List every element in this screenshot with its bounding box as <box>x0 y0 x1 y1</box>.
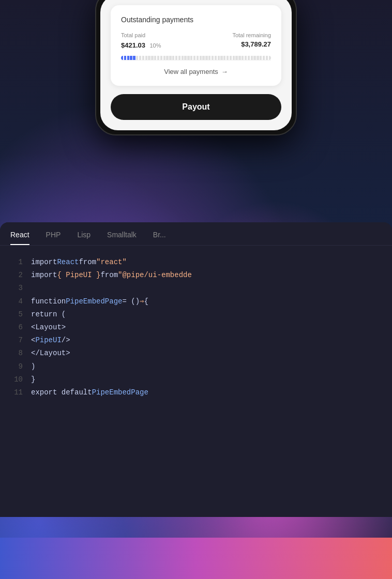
view-all-payments[interactable]: View all payments → <box>121 60 271 75</box>
tab-br[interactable]: Br... <box>153 222 166 245</box>
total-paid-value-container: $421.03 10% <box>121 40 161 50</box>
code-token: /> <box>62 334 70 347</box>
code-token: < <box>31 334 35 347</box>
code-token: PipeEmbedPage <box>92 386 148 399</box>
line-number: 3 <box>0 282 23 295</box>
code-line: import React from "react" <box>31 256 392 269</box>
code-line <box>31 282 392 295</box>
code-token: export default <box>31 386 92 399</box>
code-token: PipeUI <box>35 334 61 347</box>
arrow-icon: → <box>221 68 228 75</box>
code-line: return ( <box>31 308 392 321</box>
payout-button[interactable]: Payout <box>111 94 281 120</box>
view-all-label: View all payments <box>164 68 218 75</box>
tab-react[interactable]: React <box>10 222 29 245</box>
code-line: import { PipeUI } from "@pipe/ui-embedde <box>31 269 392 282</box>
code-editor: React PHP Lisp Smalltalk Br... 123456789… <box>0 222 392 517</box>
line-number: 11 <box>0 386 23 399</box>
line-number: 10 <box>0 373 23 386</box>
line-number: 4 <box>0 295 23 308</box>
code-token: React <box>57 256 79 269</box>
card-title: Outstanding payments <box>121 16 271 24</box>
code-line: <PipeUI /> <box>31 334 392 347</box>
phone-mockup: Outstanding payments Total paid Total re… <box>95 0 297 135</box>
payment-card: Outstanding payments Total paid Total re… <box>111 5 281 86</box>
tab-smalltalk[interactable]: Smalltalk <box>107 222 137 245</box>
code-line: export default PipeEmbedPage <box>31 386 392 399</box>
line-number: 8 <box>0 347 23 360</box>
code-token: ) <box>31 360 35 373</box>
code-content: 1234567891011 import React from "react"i… <box>0 246 392 514</box>
code-token: import <box>31 256 57 269</box>
payment-values: $421.03 10% $3,789.27 <box>121 40 271 50</box>
payment-labels: Total paid Total remaining <box>121 32 271 38</box>
code-token: "react" <box>96 256 127 269</box>
line-numbers: 1234567891011 <box>0 246 31 514</box>
code-token: { PipeUI } <box>57 269 100 282</box>
line-number: 7 <box>0 334 23 347</box>
phone-area: Outstanding payments Total paid Total re… <box>0 0 392 207</box>
code-token: from <box>79 256 96 269</box>
line-number: 5 <box>0 308 23 321</box>
tab-lisp[interactable]: Lisp <box>77 222 91 245</box>
code-token: } <box>31 373 35 386</box>
total-remaining-label: Total remaining <box>232 32 271 38</box>
tab-php[interactable]: PHP <box>46 222 61 245</box>
line-number: 2 <box>0 269 23 282</box>
code-token: import <box>31 269 57 282</box>
code-line: <Layout> <box>31 321 392 334</box>
code-token: </Layout> <box>31 347 70 360</box>
code-token: from <box>100 269 118 282</box>
code-line: </Layout> <box>31 347 392 360</box>
code-lines: import React from "react"import { PipeUI… <box>31 246 392 514</box>
code-token: "@pipe/ui-embedde <box>118 269 192 282</box>
code-token: <Layout> <box>31 321 66 334</box>
code-token: = () <box>122 295 140 308</box>
code-token: return ( <box>31 308 66 321</box>
line-number: 9 <box>0 360 23 373</box>
total-paid-label: Total paid <box>121 32 145 38</box>
percentage-badge: 10% <box>149 42 161 49</box>
line-number: 1 <box>0 256 23 269</box>
progress-bar <box>121 56 271 60</box>
code-tabs: React PHP Lisp Smalltalk Br... <box>0 222 392 246</box>
code-token: ⇒ <box>140 295 144 308</box>
code-token: { <box>144 295 148 308</box>
code-token: PipeEmbedPage <box>66 295 122 308</box>
code-line: } <box>31 373 392 386</box>
code-token: function <box>31 295 66 308</box>
bottom-bar <box>0 538 392 579</box>
line-number: 6 <box>0 321 23 334</box>
total-remaining-value: $3,789.27 <box>241 40 271 50</box>
total-paid-value: $421.03 <box>121 41 145 49</box>
code-line: ) <box>31 360 392 373</box>
phone-inner: Outstanding payments Total paid Total re… <box>100 0 292 130</box>
code-line: function PipeEmbedPage = () ⇒ { <box>31 295 392 308</box>
